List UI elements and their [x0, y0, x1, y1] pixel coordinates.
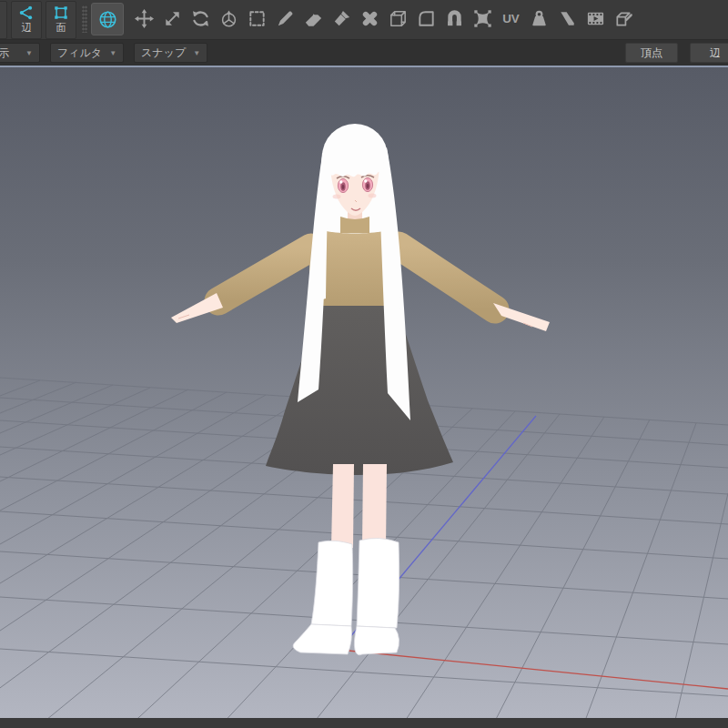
blush-right — [369, 194, 377, 198]
bevel-icon — [416, 8, 437, 29]
blush-left — [333, 195, 341, 199]
eraser-icon — [303, 8, 324, 29]
toolbar-grip — [82, 5, 87, 33]
scale-tool-button[interactable] — [159, 5, 185, 32]
magnet-tool-button[interactable] — [441, 5, 467, 32]
snap-dropdown[interactable]: スナップ ▼ — [134, 43, 207, 63]
edge-select-icon — [18, 5, 35, 21]
face-select-icon — [53, 5, 69, 21]
pencil-icon — [275, 8, 296, 29]
lattice-tool-button[interactable] — [470, 5, 495, 32]
edge-button[interactable]: 辺 — [690, 43, 728, 63]
app-window: 点 辺 面 — [0, 0, 728, 728]
movie-tool-button[interactable] — [582, 5, 608, 32]
legs — [331, 464, 387, 548]
pencil-tool-button[interactable] — [272, 5, 298, 32]
bevel-tool-button[interactable] — [413, 5, 439, 32]
movie-icon — [585, 8, 606, 29]
globe-icon — [97, 9, 118, 30]
extrude-cube-tool-button[interactable] — [385, 5, 410, 32]
svg-text:UV: UV — [502, 12, 520, 25]
boots — [293, 538, 399, 654]
scale-icon — [162, 8, 183, 29]
rect-select-icon — [247, 8, 268, 29]
display-dropdown[interactable]: 表示 ▼ — [0, 43, 40, 63]
chevron-down-icon: ▼ — [25, 49, 33, 57]
globe-view-button[interactable] — [91, 3, 124, 35]
box-modeling-icon — [613, 8, 634, 29]
patch-tool-button[interactable] — [357, 5, 382, 32]
main-toolbar: 点 辺 面 — [0, 0, 728, 40]
rotate-tool-button[interactable] — [187, 5, 213, 32]
filter-dropdown-label: フィルタ — [57, 46, 102, 61]
blade-cut-tool-button[interactable] — [554, 5, 580, 32]
box-modeling-tool-button[interactable] — [611, 5, 636, 32]
blade-icon — [557, 8, 578, 29]
knife-tool-button[interactable] — [329, 5, 354, 32]
knife-icon — [331, 8, 352, 29]
chevron-down-icon: ▼ — [193, 49, 200, 57]
eraser-tool-button[interactable] — [300, 5, 326, 32]
rotate-icon — [190, 8, 211, 29]
character-model — [171, 124, 550, 655]
select-mode-face-button[interactable]: 面 — [46, 1, 76, 39]
3d-viewport[interactable] — [0, 66, 728, 718]
weight-icon — [529, 8, 550, 29]
move-tool-button[interactable] — [131, 5, 157, 32]
lattice-icon — [472, 8, 493, 29]
x-axis-line — [339, 650, 728, 689]
edge-mode-label: 辺 — [22, 21, 32, 35]
patch-icon — [359, 8, 380, 29]
snap-dropdown-label: スナップ — [141, 46, 186, 61]
scene-canvas — [0, 66, 728, 718]
bottom-bar — [0, 718, 728, 728]
move-icon — [134, 8, 155, 29]
skirt — [266, 306, 453, 475]
filter-toolbar: 表示 ▼ フィルタ ▼ スナップ ▼ 頂点 辺 — [0, 40, 728, 66]
uv-icon: UV — [500, 8, 521, 29]
magnet-icon — [444, 8, 465, 29]
rect-select-tool-button[interactable] — [244, 5, 269, 32]
vertex-button[interactable]: 頂点 — [625, 43, 678, 63]
local-axis-icon — [218, 8, 239, 29]
select-mode-edge-button[interactable]: 辺 — [11, 1, 42, 39]
extrude-cube-icon — [388, 8, 409, 29]
weight-paint-tool-button[interactable] — [526, 5, 551, 32]
display-dropdown-label: 表示 — [0, 46, 9, 61]
filter-dropdown[interactable]: フィルタ ▼ — [50, 43, 124, 63]
local-axis-tool-button[interactable] — [216, 5, 241, 32]
uv-edit-tool-button[interactable]: UV — [498, 5, 523, 32]
face-mode-label: 面 — [56, 21, 66, 35]
chevron-down-icon: ▼ — [109, 49, 116, 57]
select-mode-point-button[interactable]: 点 — [0, 1, 7, 39]
